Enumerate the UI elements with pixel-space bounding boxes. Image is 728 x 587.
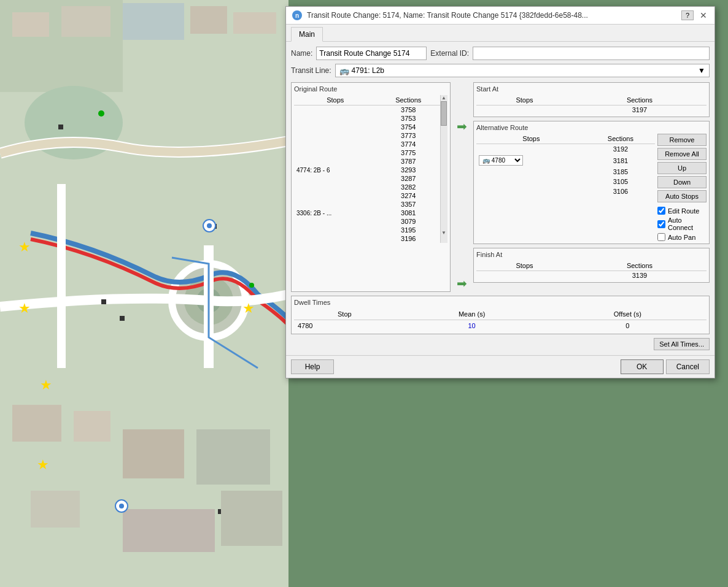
orig-stop-cell (294, 123, 377, 131)
orig-sections-header: Sections (377, 95, 440, 106)
orig-section-cell: 3754 (377, 123, 440, 131)
set-all-times-button[interactable]: Set All Times... (654, 338, 710, 350)
auto-stops-button[interactable]: Auto Stops (657, 190, 707, 202)
svg-rect-19 (120, 316, 125, 321)
original-route-row: 3196 (294, 234, 440, 243)
down-button[interactable]: Down (657, 176, 707, 188)
start-at-table: Stops Sections 3197 (476, 95, 707, 114)
original-route-row: 3357 (294, 200, 440, 209)
bus-icon: 🚌 (339, 66, 349, 75)
transit-line-dropdown[interactable]: 🚌 4791: L2b ▼ (335, 64, 710, 77)
orig-section-cell: 3753 (377, 114, 440, 123)
original-route-row: 3282 (294, 183, 440, 191)
dialog-close-button[interactable]: ✕ (699, 10, 708, 20)
finish-at-title: Finish At (476, 251, 707, 258)
original-route-body: 37583753375437733774377537874774: 2B - 6… (294, 106, 440, 244)
orig-section-cell: 3775 (377, 148, 440, 157)
transit-line-label: Transit Line: (291, 66, 331, 75)
svg-rect-4 (61, 6, 110, 37)
app-icon: n (292, 10, 302, 20)
orig-section-cell: 3293 (377, 166, 440, 174)
dwell-offset-cell: 0 (549, 320, 707, 332)
edit-route-label: Edit Route (668, 207, 699, 215)
original-route-row: 3775 (294, 148, 440, 157)
orig-stop-cell (294, 200, 377, 209)
orig-section-cell: 3274 (377, 191, 440, 200)
original-route-row: 3753 (294, 114, 440, 123)
orig-stop-cell (294, 131, 377, 140)
dialog-help-button[interactable]: ? (681, 10, 694, 20)
dwell-times-table: Stop Mean (s) Offset (s) 4780 10 0 (294, 309, 707, 331)
alt-route-row: 3106 (476, 186, 655, 196)
original-route-table: Stops Sections 3758375337543773377437753… (294, 95, 440, 243)
auto-connect-label: Auto Connect (668, 217, 707, 231)
orig-stop-cell (294, 217, 377, 226)
start-at-panel: Start At Stops Sections 3197 (473, 82, 710, 117)
alt-section-cell: 3181 (586, 154, 655, 167)
original-route-row: 3287 (294, 174, 440, 183)
original-route-panel: Original Route Stops Sections 37583753 (291, 82, 451, 292)
stop-dropdown[interactable]: 🚌 4780 (479, 155, 523, 166)
orig-stop-cell (294, 157, 377, 166)
ext-id-input[interactable] (473, 47, 710, 60)
tab-main[interactable]: Main (291, 27, 323, 42)
dwell-times-row: 4780 10 0 (294, 320, 707, 332)
auto-pan-checkbox-row[interactable]: Auto Pan (657, 233, 707, 241)
alt-stop-cell (476, 177, 586, 186)
ok-cancel-area: OK Cancel (621, 359, 710, 374)
orig-section-cell: 3758 (377, 106, 440, 115)
alt-section-cell: 3105 (586, 177, 655, 186)
original-route-row: 3787 (294, 157, 440, 166)
transit-line-value: 4791: L2b (352, 66, 384, 75)
svg-point-22 (98, 110, 104, 117)
orig-stop-cell (294, 226, 377, 234)
alt-stop-cell[interactable]: 🚌 4780 (476, 154, 586, 167)
name-input[interactable] (316, 47, 427, 60)
remove-all-button[interactable]: Remove All (657, 148, 707, 160)
add-to-alt-button[interactable]: ➡ (455, 101, 468, 135)
original-route-row: 3758 (294, 106, 440, 115)
auto-pan-label: Auto Pan (668, 234, 695, 241)
auto-connect-checkbox[interactable] (657, 220, 665, 228)
original-route-row: 3274 (294, 191, 440, 200)
original-route-row: 3774 (294, 140, 440, 148)
svg-text:★: ★ (18, 239, 31, 255)
add-to-finish-button[interactable]: ➡ (455, 258, 468, 292)
scroll-down-arrow[interactable]: ▼ (441, 230, 447, 236)
routes-area: Original Route Stops Sections 37583753 (291, 82, 710, 292)
alt-route-table: Stops Sections 3192 🚌 4780 3181318531053… (476, 134, 655, 196)
orig-section-cell: 3773 (377, 131, 440, 140)
finish-at-row: 3139 (476, 271, 707, 280)
alt-buttons-column: Remove Remove All Up Down Auto Stops Edi… (657, 134, 707, 241)
svg-text:★: ★ (37, 457, 49, 472)
orig-stop-cell (294, 114, 377, 123)
orig-section-cell: 3195 (377, 226, 440, 234)
auto-pan-checkbox[interactable] (657, 233, 665, 241)
map-background: ★ ★ ★ ★ ★ ★ (0, 0, 288, 587)
original-route-table-container: Stops Sections 3758375337543773377437753… (294, 95, 447, 243)
remove-button[interactable]: Remove (657, 134, 707, 146)
up-button[interactable]: Up (657, 162, 707, 174)
auto-connect-checkbox-row[interactable]: Auto Connect (657, 217, 707, 231)
original-route-scroll[interactable]: Stops Sections 3758375337543773377437753… (294, 95, 440, 243)
svg-rect-7 (233, 12, 276, 34)
alt-section-cell: 3106 (586, 186, 655, 196)
alt-route-table-area: Stops Sections 3192 🚌 4780 3181318531053… (476, 134, 655, 241)
name-label: Name: (291, 49, 312, 58)
edit-route-checkbox-row[interactable]: Edit Route (657, 207, 707, 215)
edit-route-checkbox[interactable] (657, 207, 665, 215)
scroll-up-arrow[interactable]: ▲ (441, 95, 447, 101)
help-button[interactable]: Help (291, 359, 334, 374)
alt-stop-cell (476, 144, 586, 155)
orig-section-cell: 3787 (377, 157, 440, 166)
finish-at-panel: Finish At Stops Sections 3139 (473, 248, 710, 283)
svg-rect-29 (123, 509, 215, 552)
ok-button[interactable]: OK (621, 359, 664, 374)
orig-section-cell: 3357 (377, 200, 440, 209)
cancel-button[interactable]: Cancel (666, 359, 710, 374)
alternative-route-panel: Alternative Route Stops Sections (473, 121, 710, 244)
svg-rect-18 (101, 299, 106, 304)
original-route-row: 4774: 2B - 63293 (294, 166, 440, 174)
original-route-scrollbar[interactable]: ▼ ▲ (440, 95, 447, 243)
start-stops-value (476, 106, 573, 115)
